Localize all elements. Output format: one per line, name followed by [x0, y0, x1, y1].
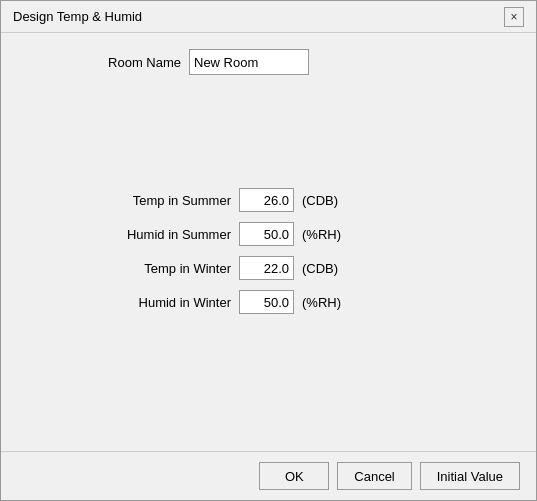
- room-name-row: Room Name: [21, 49, 516, 75]
- dialog-window: Design Temp & Humid × Room Name Temp in …: [0, 0, 537, 501]
- field-input-humid-winter[interactable]: [239, 290, 294, 314]
- dialog-content: Room Name Temp in Summer (CDB) Humid in …: [1, 33, 536, 451]
- field-unit-temp-winter: (CDB): [302, 261, 352, 276]
- fields-section: Temp in Summer (CDB) Humid in Summer (%R…: [21, 185, 516, 317]
- close-button[interactable]: ×: [504, 7, 524, 27]
- field-unit-humid-summer: (%RH): [302, 227, 352, 242]
- field-unit-humid-winter: (%RH): [302, 295, 352, 310]
- room-name-input[interactable]: [189, 49, 309, 75]
- cancel-button[interactable]: Cancel: [337, 462, 411, 490]
- field-input-temp-winter[interactable]: [239, 256, 294, 280]
- field-input-temp-summer[interactable]: [239, 188, 294, 212]
- room-name-label: Room Name: [101, 55, 181, 70]
- ok-button[interactable]: OK: [259, 462, 329, 490]
- field-row-temp-summer: Temp in Summer (CDB): [81, 185, 516, 215]
- field-row-temp-winter: Temp in Winter (CDB): [81, 253, 516, 283]
- field-label-temp-summer: Temp in Summer: [81, 193, 231, 208]
- button-row: OK Cancel Initial Value: [1, 451, 536, 500]
- title-bar: Design Temp & Humid ×: [1, 1, 536, 33]
- field-input-humid-summer[interactable]: [239, 222, 294, 246]
- field-label-humid-winter: Humid in Winter: [81, 295, 231, 310]
- field-label-temp-winter: Temp in Winter: [81, 261, 231, 276]
- field-unit-temp-summer: (CDB): [302, 193, 352, 208]
- dialog-title: Design Temp & Humid: [13, 9, 142, 24]
- field-row-humid-winter: Humid in Winter (%RH): [81, 287, 516, 317]
- initial-value-button[interactable]: Initial Value: [420, 462, 520, 490]
- field-row-humid-summer: Humid in Summer (%RH): [81, 219, 516, 249]
- field-label-humid-summer: Humid in Summer: [81, 227, 231, 242]
